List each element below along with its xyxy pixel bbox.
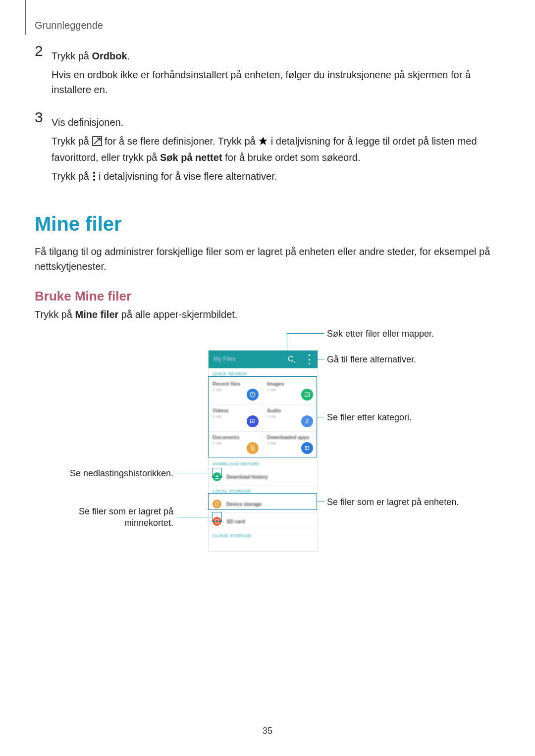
intro2: Trykk på Mine filer på alle apper-skjerm… (35, 309, 500, 320)
highlight-device-storage (208, 493, 317, 510)
step-2: 2 Trykk på Ordbok. Hvis en ordbok ikke e… (35, 45, 500, 101)
callout-category: Se filer etter kategori. (327, 412, 412, 423)
highlight-categories (208, 376, 317, 457)
row-download-history[interactable]: Download history (209, 468, 318, 486)
app-title: My Files (214, 355, 236, 362)
callout-sdcard: Se filer som er lagret på minnekortet. (45, 506, 173, 529)
svg-point-3 (93, 175, 95, 177)
step-3-line-3: Trykk på i detaljvisning for å vise fler… (52, 169, 500, 185)
svg-marker-1 (259, 137, 268, 145)
highlight-download-icon (212, 468, 222, 478)
more-dots-icon (92, 170, 96, 185)
callout-more: Gå til flere alternativer. (327, 354, 416, 365)
step-2-line-2: Hvis en ordbok ikke er forhåndsinstaller… (52, 67, 500, 97)
highlight-search (280, 352, 294, 366)
step-number: 3 (35, 110, 52, 125)
step-3-line-2: Trykk på for å se flere definisjoner. Tr… (52, 134, 500, 165)
intro-text: Få tilgang til og administrer forskjelli… (35, 244, 500, 274)
highlight-more (303, 352, 317, 366)
page-number: 35 (263, 726, 272, 736)
step-3: 3 Vis definisjonen. Trykk på for å se fl… (35, 111, 500, 189)
callout-downloads: Se nedlastingshistorikken. (45, 468, 173, 479)
highlight-sdcard-icon (212, 512, 222, 522)
subheading-bruke: Bruke Mine filer (35, 289, 500, 304)
expand-icon (92, 135, 102, 150)
sec-download-history: DOWNLOAD HISTORY (209, 458, 318, 468)
figure-my-files: My Files QUICK SEARCH Recent files0 MB I… (35, 330, 500, 563)
callout-device-right: Se filer som er lagret på enheten. (327, 497, 459, 508)
heading-mine-filer: Mine filer (35, 213, 500, 235)
step-number: 2 (35, 44, 52, 58)
star-icon (258, 135, 268, 150)
step-3-line-1: Vis definisjonen. (52, 115, 500, 130)
callout-search: Søk etter filer eller mapper. (327, 328, 434, 340)
step-2-line-1: Trykk på Ordbok. (52, 49, 500, 63)
sec-cloud-storage: CLOUD STORAGE (209, 530, 318, 540)
svg-point-4 (93, 179, 95, 181)
breadcrumb: Grunnleggende (35, 20, 103, 31)
row-sd-card[interactable]: SD card (209, 513, 318, 530)
svg-point-2 (93, 172, 95, 174)
